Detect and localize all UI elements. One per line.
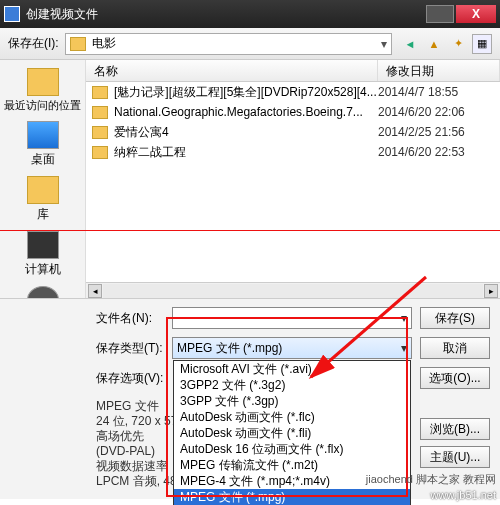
watermark-url: www.jb51.net (431, 489, 496, 501)
app-icon (4, 6, 20, 22)
scroll-left-icon[interactable]: ◂ (88, 284, 102, 298)
window-title: 创建视频文件 (26, 6, 98, 23)
filetype-option[interactable]: AutoDesk 动画文件 (*.flc) (174, 409, 410, 425)
file-name: 纳粹二战工程 (114, 144, 378, 161)
options-button[interactable]: 选项(O)... (420, 367, 490, 389)
save-button[interactable]: 保存(S) (420, 307, 490, 329)
views-icon[interactable]: ▦ (472, 34, 492, 54)
chevron-down-icon: ▾ (401, 341, 407, 355)
recent-icon (27, 68, 59, 96)
savein-label: 保存在(I): (8, 35, 59, 52)
filetype-option[interactable]: 3GPP 文件 (*.3gp) (174, 393, 410, 409)
newfolder-icon[interactable]: ✦ (448, 34, 468, 54)
folder-icon (70, 37, 86, 51)
filetype-combo[interactable]: MPEG 文件 (*.mpg) ▾ Microsoft AVI 文件 (*.av… (172, 337, 412, 359)
browse-button[interactable]: 浏览(B)... (420, 418, 490, 440)
file-row[interactable]: 纳粹二战工程2014/6/20 22:53 (86, 142, 500, 162)
maximize-button[interactable] (426, 5, 454, 23)
file-pane: 名称 修改日期 [魅力记录][超级工程][5集全][DVDRip720x528]… (86, 60, 500, 298)
desktop-icon (27, 121, 59, 149)
filetype-option[interactable]: 3GPP2 文件 (*.3g2) (174, 377, 410, 393)
sidebar-item-recent[interactable]: 最近访问的位置 (0, 66, 85, 115)
computer-icon (27, 231, 59, 259)
filetype-option[interactable]: MPEG 传输流文件 (*.m2t) (174, 457, 410, 473)
folder-icon (92, 146, 108, 159)
file-name: 爱情公寓4 (114, 124, 378, 141)
col-name[interactable]: 名称 (86, 60, 378, 81)
file-name: [魅力记录][超级工程][5集全][DVDRip720x528][4... (114, 84, 378, 101)
folder-icon (92, 106, 108, 119)
saveopts-label: 保存选项(V): (96, 370, 164, 387)
file-list[interactable]: [魅力记录][超级工程][5集全][DVDRip720x528][4...201… (86, 82, 500, 282)
file-date: 2014/4/7 18:55 (378, 85, 494, 99)
chevron-down-icon: ▾ (401, 311, 407, 325)
cancel-button[interactable]: 取消 (420, 337, 490, 359)
scroll-track[interactable] (103, 284, 483, 298)
theme-button[interactable]: 主题(U)... (420, 446, 490, 468)
filetype-option[interactable]: Microsoft AVI 文件 (*.avi) (174, 361, 410, 377)
filetype-option[interactable]: AutoDesk 16 位动画文件 (*.flx) (174, 441, 410, 457)
sidebar-item-libraries[interactable]: 库 (0, 174, 85, 225)
bottom-panel: 文件名(N): ▾ 保存(S) 保存类型(T): MPEG 文件 (*.mpg)… (0, 298, 500, 499)
column-headers[interactable]: 名称 修改日期 (86, 60, 500, 82)
file-row[interactable]: 爱情公寓42014/2/25 21:56 (86, 122, 500, 142)
filename-label: 文件名(N): (96, 310, 164, 327)
filetype-label: 保存类型(T): (96, 340, 164, 357)
filetype-option[interactable]: AutoDesk 动画文件 (*.fli) (174, 425, 410, 441)
savein-combo[interactable]: 电影 ▾ (65, 33, 392, 55)
scroll-right-icon[interactable]: ▸ (484, 284, 498, 298)
libraries-icon (27, 176, 59, 204)
file-date: 2014/6/20 22:06 (378, 105, 494, 119)
close-button[interactable]: X (456, 5, 496, 23)
back-icon[interactable]: ◄ (400, 34, 420, 54)
file-date: 2014/6/20 22:53 (378, 145, 494, 159)
chevron-down-icon: ▾ (381, 37, 387, 51)
file-date: 2014/2/25 21:56 (378, 125, 494, 139)
filetype-option[interactable]: MPEG 文件 (*.mpg) (174, 489, 410, 505)
toolbar: 保存在(I): 电影 ▾ ◄ ▲ ✦ ▦ (0, 28, 500, 60)
watermark-text: jiaochend 脚本之家 教程网 (366, 472, 496, 487)
up-icon[interactable]: ▲ (424, 34, 444, 54)
file-name: National.Geographic.Megafactories.Boeing… (114, 105, 378, 119)
col-date[interactable]: 修改日期 (378, 60, 500, 81)
filename-input[interactable]: ▾ (172, 307, 412, 329)
sidebar-item-desktop[interactable]: 桌面 (0, 119, 85, 170)
filetype-value: MPEG 文件 (*.mpg) (177, 340, 282, 357)
savein-value: 电影 (92, 35, 116, 52)
places-sidebar: 最近访问的位置 桌面 库 计算机 网络 (0, 60, 86, 298)
sidebar-item-computer[interactable]: 计算机 (0, 229, 85, 280)
file-row[interactable]: National.Geographic.Megafactories.Boeing… (86, 102, 500, 122)
titlebar: 创建视频文件 X (0, 0, 500, 28)
h-scrollbar[interactable]: ◂ ▸ (86, 282, 500, 298)
folder-icon (92, 86, 108, 99)
folder-icon (92, 126, 108, 139)
file-row[interactable]: [魅力记录][超级工程][5集全][DVDRip720x528][4...201… (86, 82, 500, 102)
annotation-line (0, 230, 500, 231)
